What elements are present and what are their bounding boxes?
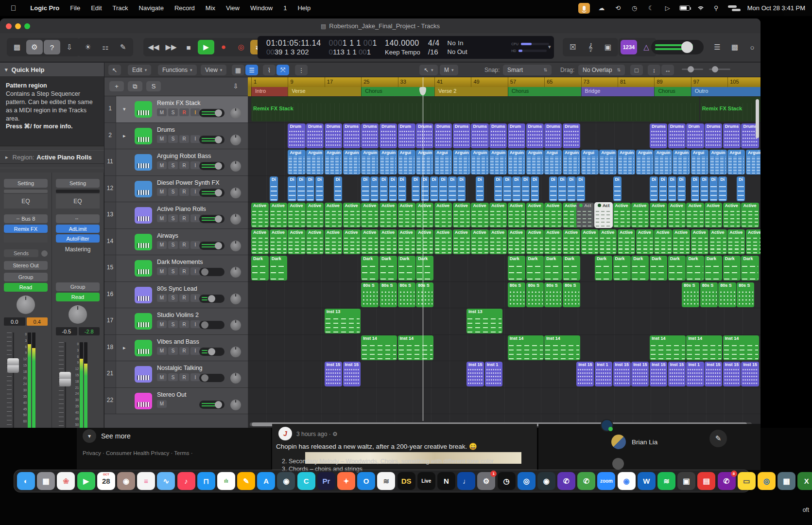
automation-mode-button[interactable]: Read xyxy=(4,283,48,292)
region[interactable]: Arguin xyxy=(453,150,470,175)
marker-bridge[interactable]: Bridge xyxy=(581,87,655,96)
marker-outro[interactable]: Outro xyxy=(691,87,760,96)
region[interactable]: Active xyxy=(746,229,760,254)
empty-plugin-slot[interactable] xyxy=(4,234,48,243)
region[interactable]: Dark xyxy=(563,256,580,280)
group-slot[interactable]: Group xyxy=(4,273,48,281)
region[interactable]: Active xyxy=(668,203,686,228)
count-in-button[interactable]: 1234 xyxy=(621,40,637,54)
region[interactable]: Di xyxy=(512,176,520,201)
library-toggle-button[interactable]: ▩ xyxy=(9,40,25,54)
marker-verse-2[interactable]: Verse 2 xyxy=(434,87,508,96)
region[interactable]: Argui xyxy=(434,150,452,175)
region[interactable]: Inst 15 xyxy=(631,362,649,386)
track-volume-slider[interactable] xyxy=(199,215,225,223)
track-volume-slider[interactable] xyxy=(199,348,225,356)
menu-item-mix[interactable]: Mix xyxy=(200,4,221,12)
dock-icon-photos[interactable]: ❀ xyxy=(57,472,75,490)
region[interactable]: Active xyxy=(325,203,342,228)
region[interactable]: Inst 15 xyxy=(343,362,361,386)
region[interactable]: Active xyxy=(416,203,433,228)
flex-icon[interactable]: ⤧ xyxy=(276,65,289,75)
region[interactable]: Active xyxy=(709,229,727,254)
track-pan-knob[interactable] xyxy=(230,135,241,145)
dock-icon-keynote[interactable]: ⊓ xyxy=(197,472,215,490)
eq-slot[interactable]: EQ xyxy=(4,194,48,209)
input-slot[interactable]: ◦◦ xyxy=(56,214,100,223)
avatar[interactable] xyxy=(612,458,624,470)
region[interactable]: Active xyxy=(343,203,361,228)
region[interactable]: Di xyxy=(558,176,566,201)
autopunch-icon[interactable]: ☒ xyxy=(565,40,581,54)
track-m-button[interactable]: M xyxy=(157,241,167,249)
dock-icon-canva[interactable]: C xyxy=(297,472,315,490)
vertical-zoom-slider[interactable] xyxy=(682,69,703,70)
chevron-right-icon[interactable]: ▸ xyxy=(123,133,126,139)
track-r-button[interactable]: R xyxy=(179,135,189,143)
ruler-tick[interactable]: 57 xyxy=(508,77,544,87)
track-header-airways[interactable]: 14AirwaysMSRI xyxy=(104,229,248,256)
view-menu[interactable]: View▾ xyxy=(201,65,226,75)
region[interactable]: Drums xyxy=(544,123,562,148)
menu-item-record[interactable]: Record xyxy=(169,4,200,12)
menu-item-logic-pro[interactable]: Logic Pro xyxy=(25,4,65,12)
dock-icon-davinci[interactable]: DS xyxy=(397,472,415,490)
track-r-button[interactable]: R xyxy=(179,373,189,381)
region[interactable]: Drums xyxy=(343,123,361,148)
region[interactable]: Active xyxy=(654,229,672,254)
region[interactable]: Arguin xyxy=(489,150,507,175)
region[interactable]: Arguin xyxy=(471,150,488,175)
chevron-right-icon[interactable]: ▸ xyxy=(5,154,8,160)
dock-icon-steam[interactable]: ◉ xyxy=(277,472,295,490)
region[interactable]: Inst 1 xyxy=(485,362,502,386)
region[interactable]: Active xyxy=(251,229,269,254)
track-m-button[interactable]: M xyxy=(157,108,167,116)
chevron-down-icon[interactable]: ▾ xyxy=(123,106,126,112)
region[interactable]: Remix FX Stack xyxy=(700,97,760,122)
track-pan-knob[interactable] xyxy=(230,108,241,119)
track-name[interactable]: Diesel Power Synth FX xyxy=(157,179,220,186)
region[interactable]: Inst 14 xyxy=(650,335,686,360)
region[interactable]: Inst 14 xyxy=(361,335,397,360)
region[interactable]: Inst 15 xyxy=(576,362,594,386)
stop-button[interactable]: ■ xyxy=(180,40,197,54)
dock-icon-notes[interactable]: ▭ xyxy=(738,472,756,490)
region[interactable]: Active xyxy=(650,203,667,228)
toolbar-toggle-button[interactable]: ⇩ xyxy=(61,40,78,54)
play-circle-icon[interactable]: ▷ xyxy=(663,4,673,12)
region[interactable]: Dark xyxy=(595,256,612,280)
ruler-tick[interactable]: 41 xyxy=(434,77,471,87)
region[interactable]: Dark xyxy=(380,256,397,280)
setting-button[interactable]: Setting xyxy=(4,179,48,188)
region[interactable]: Di xyxy=(613,176,622,201)
marker-verse[interactable]: Verse xyxy=(288,87,361,96)
region[interactable]: 80s S xyxy=(398,282,415,307)
track-volume-slider[interactable] xyxy=(199,295,225,303)
region[interactable]: Drums xyxy=(325,123,342,148)
ruler-tick[interactable]: 9 xyxy=(288,77,324,87)
track-r-button[interactable]: R xyxy=(179,214,189,222)
track-name[interactable]: Stereo Out xyxy=(157,391,186,398)
region[interactable]: Argui xyxy=(727,150,745,175)
region[interactable]: Active xyxy=(723,203,741,228)
battery-icon[interactable] xyxy=(679,5,690,11)
region[interactable]: Act xyxy=(576,203,594,228)
avatar[interactable] xyxy=(611,435,626,449)
track-s-button[interactable]: S xyxy=(168,188,178,196)
region[interactable]: Di xyxy=(709,176,718,201)
track-header-arguing-robot-bass[interactable]: 11Arguing Robot BassMSRI⤧ xyxy=(104,149,248,176)
track-name[interactable]: Drums xyxy=(157,126,175,133)
region[interactable]: Inst 15 xyxy=(741,362,759,386)
track-m-button[interactable]: M xyxy=(157,214,167,222)
region[interactable]: Inst 14 xyxy=(398,335,434,360)
vertical-scrollbar[interactable] xyxy=(756,99,759,138)
menu-item-edit[interactable]: Edit xyxy=(86,4,107,12)
dock-icon-spotify[interactable]: ≋ xyxy=(657,472,675,490)
arrangement-markers[interactable]: IntroVerseChorusVerse 2ChorusBridgeChoru… xyxy=(248,87,760,96)
ruler-tick[interactable]: 105 xyxy=(727,77,760,87)
track-pan-knob[interactable] xyxy=(230,241,241,251)
region[interactable]: Dark xyxy=(398,256,415,280)
region[interactable]: Argui xyxy=(398,150,415,175)
duplicate-track-button[interactable]: ⧉ xyxy=(128,81,142,91)
forward-button[interactable]: ▶▶ xyxy=(163,40,179,54)
